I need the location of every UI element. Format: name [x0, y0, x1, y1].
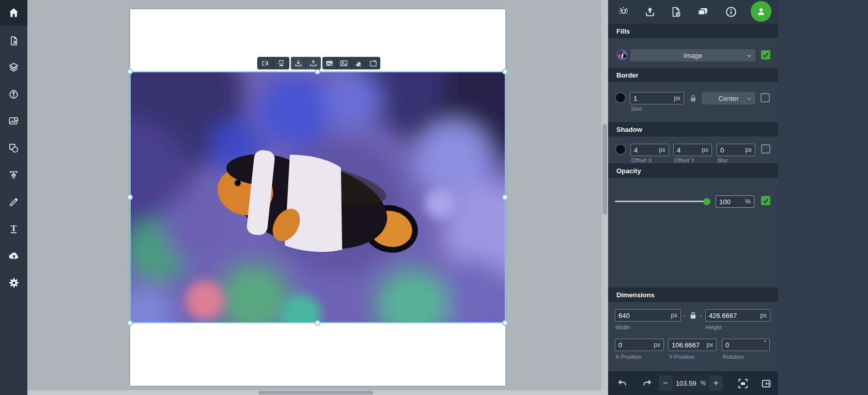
- sidebar-item-shapes[interactable]: [0, 135, 27, 161]
- y-position-label: Y-Position: [669, 354, 694, 360]
- selection-handle-bottom-left[interactable]: [127, 320, 133, 326]
- eraser-icon: [354, 59, 363, 68]
- selection-handle-mid-right[interactable]: [502, 194, 508, 200]
- sidebar-item-draw[interactable]: [0, 189, 27, 215]
- canvas-area[interactable]: [27, 0, 608, 395]
- shadow-blur-input[interactable]: 0 px: [717, 144, 755, 156]
- fit-to-screen-button[interactable]: [736, 377, 750, 390]
- horizontal-scrollbar-thumb[interactable]: [258, 391, 373, 394]
- flip-horizontal-button[interactable]: [257, 57, 273, 69]
- shadow-offset-y-value: 4: [677, 146, 680, 154]
- sidebar-item-settings[interactable]: [0, 270, 27, 295]
- flip-vertical-button[interactable]: [273, 57, 289, 69]
- undo-button[interactable]: [616, 377, 629, 390]
- opacity-unit: %: [745, 198, 751, 205]
- dimensions-title: Dimensions: [616, 291, 655, 299]
- opacity-input[interactable]: 100 %: [716, 195, 754, 208]
- frame-button[interactable]: [337, 57, 351, 69]
- opacity-title: Opacity: [616, 167, 641, 175]
- pencil-icon: [8, 196, 20, 208]
- fill-type-dropdown[interactable]: Image: [630, 49, 755, 62]
- checkmark-icon: [763, 198, 769, 204]
- replace-image-button[interactable]: [366, 57, 380, 69]
- rotation-unit: °: [764, 339, 766, 346]
- snap-magnet-icon: [617, 6, 630, 18]
- zoom-value-display[interactable]: 103.59 %: [672, 375, 709, 391]
- comments-button[interactable]: [696, 5, 709, 19]
- dimensions-section-header: Dimensions: [608, 287, 778, 302]
- width-input[interactable]: 640 px: [615, 309, 681, 322]
- shadow-offset-y-input[interactable]: 4 px: [673, 144, 712, 156]
- fills-title: Fills: [616, 27, 630, 35]
- zoom-in-button[interactable]: +: [709, 375, 723, 391]
- selection-handle-top-center[interactable]: [315, 69, 320, 74]
- sidebar-item-home[interactable]: [0, 0, 27, 25]
- border-position-value: Center: [718, 95, 738, 102]
- redo-button[interactable]: [640, 377, 654, 390]
- eraser-button[interactable]: [351, 57, 366, 69]
- dimension-link-dash-right: -: [700, 311, 702, 319]
- y-position-unit: px: [706, 341, 713, 348]
- sidebar-item-layers[interactable]: [0, 55, 27, 80]
- bring-forward-button[interactable]: [306, 57, 321, 69]
- gallery-button[interactable]: [322, 57, 337, 69]
- height-input[interactable]: 426.6667 px: [705, 309, 770, 322]
- zoom-out-button[interactable]: −: [659, 375, 672, 391]
- sidebar-item-text[interactable]: T: [0, 216, 27, 241]
- new-document-icon: [670, 6, 682, 18]
- dimension-link-dash-left: -: [684, 311, 686, 319]
- sidebar-item-templates[interactable]: [0, 28, 27, 53]
- left-sidebar: T: [0, 0, 27, 395]
- sidebar-item-ai-tools[interactable]: [0, 82, 27, 107]
- replace-image-icon: [369, 59, 378, 68]
- vertical-scrollbar-thumb[interactable]: [602, 124, 607, 215]
- info-button[interactable]: [724, 5, 738, 19]
- shadow-offset-x-input[interactable]: 4 px: [630, 144, 669, 156]
- border-size-input[interactable]: 1 px: [630, 92, 684, 104]
- chat-icon: [696, 6, 709, 19]
- redo-icon: [641, 378, 653, 389]
- height-unit: px: [760, 312, 767, 319]
- opacity-slider-knob[interactable]: [703, 198, 710, 205]
- shadow-enabled-checkbox[interactable]: [761, 144, 770, 154]
- selection-handle-bottom-center[interactable]: [315, 320, 320, 326]
- selection-handle-top-left[interactable]: [127, 69, 133, 74]
- opacity-enabled-checkbox[interactable]: [761, 196, 770, 205]
- shadow-color-swatch[interactable]: [615, 144, 626, 155]
- sidebar-item-uploads[interactable]: [0, 243, 27, 268]
- send-backward-button[interactable]: [291, 57, 306, 69]
- zoom-control: − 103.59 % +: [659, 375, 723, 391]
- snap-magnet-button[interactable]: [617, 5, 630, 19]
- dimensions-lock-icon[interactable]: [689, 311, 698, 320]
- new-document-button[interactable]: [669, 5, 683, 19]
- brain-icon: [8, 88, 20, 100]
- fill-enabled-checkbox[interactable]: [761, 50, 770, 59]
- border-position-dropdown[interactable]: Center: [702, 92, 755, 104]
- sidebar-item-stock-images[interactable]: [0, 109, 27, 134]
- fills-section-header: Fills: [608, 24, 778, 38]
- x-position-value: 0: [618, 341, 622, 349]
- border-enabled-checkbox[interactable]: [761, 93, 770, 102]
- fill-type-value: Image: [684, 52, 702, 59]
- shadow-title: Shadow: [616, 126, 642, 133]
- y-position-input[interactable]: 106.6667 px: [668, 339, 717, 351]
- rotation-input[interactable]: 0 °: [722, 339, 770, 351]
- account-avatar-button[interactable]: [751, 1, 771, 22]
- opacity-slider-track[interactable]: [615, 201, 710, 202]
- shadow-offset-x-unit: px: [659, 146, 665, 154]
- rotation-value: 0: [725, 341, 729, 349]
- zoom-out-label: −: [663, 378, 668, 388]
- selection-handle-bottom-right[interactable]: [502, 320, 508, 326]
- selection-handle-top-right[interactable]: [502, 69, 508, 74]
- sidebar-item-pen-tool[interactable]: [0, 162, 27, 188]
- border-color-swatch[interactable]: [615, 92, 626, 103]
- selected-image[interactable]: [130, 72, 505, 323]
- text-icon: T: [8, 223, 20, 235]
- fill-image-swatch[interactable]: [616, 49, 628, 60]
- width-unit: px: [671, 312, 677, 319]
- x-position-input[interactable]: 0 px: [615, 339, 664, 351]
- collapse-panel-button[interactable]: [760, 377, 773, 390]
- shadow-offset-x-value: 4: [634, 146, 638, 154]
- export-upload-button[interactable]: [643, 5, 657, 19]
- selection-handle-mid-left[interactable]: [127, 194, 133, 200]
